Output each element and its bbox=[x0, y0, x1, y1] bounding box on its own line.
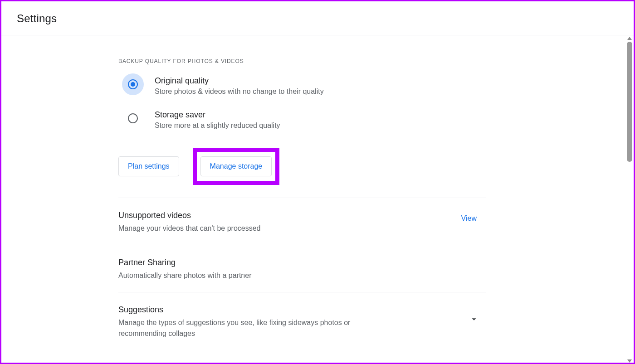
radio-text: Storage saver Store more at a slightly r… bbox=[155, 110, 280, 130]
row-subtitle: Manage the types of suggestions you see,… bbox=[118, 317, 391, 339]
scroll-down-icon[interactable] bbox=[627, 359, 632, 363]
scrollbar[interactable] bbox=[625, 35, 634, 364]
settings-content: BACKUP QUALITY FOR PHOTOS & VIDEOS Origi… bbox=[118, 35, 486, 350]
row-unsupported-videos[interactable]: Unsupported videos Manage your videos th… bbox=[118, 198, 486, 245]
scroll-up-icon[interactable] bbox=[627, 37, 632, 40]
chevron-down-icon bbox=[469, 305, 486, 326]
button-row: Plan settings Manage storage bbox=[118, 148, 486, 185]
row-subtitle: Manage your videos that can't be process… bbox=[118, 223, 260, 234]
row-title: Partner Sharing bbox=[118, 258, 251, 267]
option-title: Storage saver bbox=[155, 110, 280, 120]
scrollbar-thumb[interactable] bbox=[627, 42, 632, 162]
row-title: Suggestions bbox=[118, 305, 391, 315]
row-title: Unsupported videos bbox=[118, 211, 260, 220]
scroll-area: BACKUP QUALITY FOR PHOTOS & VIDEOS Origi… bbox=[1, 35, 634, 364]
view-link[interactable]: View bbox=[461, 211, 486, 223]
radio-original-quality[interactable]: Original quality Store photos & videos w… bbox=[118, 76, 486, 96]
header: Settings bbox=[1, 1, 634, 35]
radio-button-icon bbox=[122, 73, 144, 95]
page-title: Settings bbox=[17, 12, 618, 25]
option-subtitle: Store photos & videos with no change to … bbox=[155, 87, 324, 96]
radio-button-icon bbox=[122, 107, 144, 129]
radio-storage-saver[interactable]: Storage saver Store more at a slightly r… bbox=[118, 110, 486, 130]
row-suggestions[interactable]: Suggestions Manage the types of suggesti… bbox=[118, 292, 486, 350]
backup-quality-section-label: BACKUP QUALITY FOR PHOTOS & VIDEOS bbox=[118, 58, 486, 64]
row-partner-sharing[interactable]: Partner Sharing Automatically share phot… bbox=[118, 245, 486, 292]
manage-storage-button[interactable]: Manage storage bbox=[200, 156, 272, 176]
row-subtitle: Automatically share photos with a partne… bbox=[118, 270, 251, 281]
highlight-box: Manage storage bbox=[193, 148, 280, 185]
option-title: Original quality bbox=[155, 76, 324, 86]
radio-text: Original quality Store photos & videos w… bbox=[155, 76, 324, 96]
option-subtitle: Store more at a slightly reduced quality bbox=[155, 121, 280, 130]
plan-settings-button[interactable]: Plan settings bbox=[118, 156, 179, 176]
